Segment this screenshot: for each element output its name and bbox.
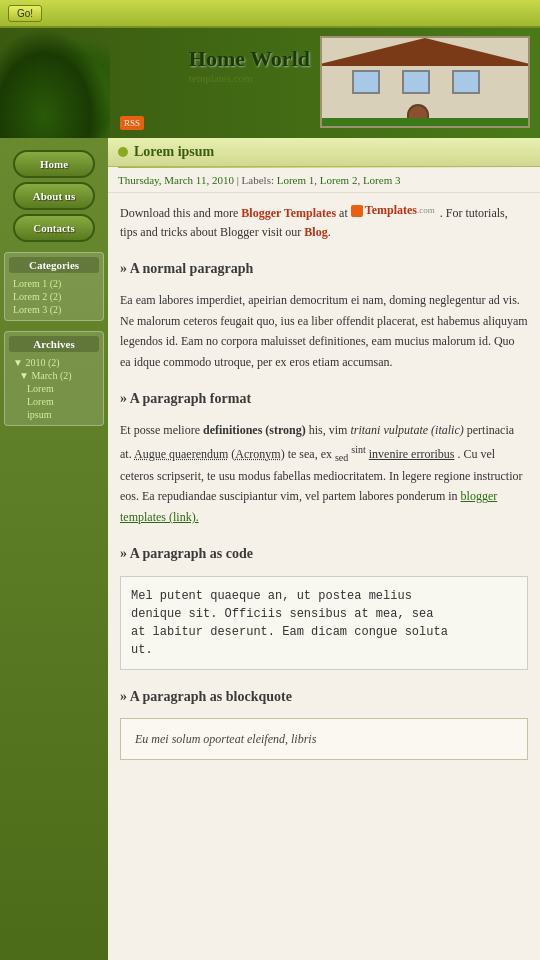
nav-home-button[interactable]: Home bbox=[13, 150, 95, 178]
header-trees-decoration bbox=[0, 28, 110, 138]
list-item[interactable]: Lorem 3 (2) bbox=[9, 303, 99, 316]
section2-text: Et posse meliore definitiones (strong) h… bbox=[120, 420, 528, 527]
blockquote-box: Eu mei solum oporteat eleifend, libris bbox=[120, 718, 528, 760]
label-link-1[interactable]: Lorem 1 bbox=[277, 174, 315, 186]
post-title: Lorem ipsum bbox=[134, 144, 214, 160]
sidebar: Home About us Contacts Categories Lorem … bbox=[0, 138, 108, 960]
post-dot-icon bbox=[118, 147, 128, 157]
abbr-text: Augue quaerendum bbox=[134, 447, 228, 461]
header-house-illustration bbox=[320, 36, 530, 128]
list-item[interactable]: Lorem 1 (2) bbox=[9, 277, 99, 290]
blockquote-text: Eu mei solum oporteat eleifend, libris bbox=[135, 732, 316, 746]
site-subtitle: templates.com bbox=[189, 72, 310, 84]
label-link-3[interactable]: Lorem 3 bbox=[363, 174, 401, 186]
categories-section: Categories Lorem 1 (2) Lorem 2 (2) Lorem… bbox=[4, 252, 104, 321]
list-item[interactable]: Lorem bbox=[9, 382, 99, 395]
page-layout: Home About us Contacts Categories Lorem … bbox=[0, 138, 540, 960]
go-button[interactable]: Go! bbox=[8, 5, 42, 22]
post-date-link[interactable]: Thursday, March 11, 2010 bbox=[118, 174, 234, 186]
site-header: Home World templates.com RSS bbox=[0, 28, 540, 138]
underline-text: invenire erroribus bbox=[369, 447, 455, 461]
sub-text: sed bbox=[335, 452, 348, 463]
blog-link[interactable]: Blog bbox=[304, 225, 327, 239]
code-block: Mel putent quaeque an, ut postea melius … bbox=[120, 576, 528, 670]
list-item[interactable]: ipsum bbox=[9, 408, 99, 421]
post-body: Download this and more Blogger Templates… bbox=[108, 193, 540, 778]
archives-title: Archives bbox=[9, 336, 99, 352]
post-meta: Thursday, March 11, 2010 | Labels: Lorem… bbox=[108, 168, 540, 193]
list-item[interactable]: Lorem bbox=[9, 395, 99, 408]
labels-prefix: | Labels: bbox=[237, 174, 277, 186]
strong-text: definitiones (strong) bbox=[203, 423, 306, 437]
section2-heading: » A paragraph format bbox=[120, 388, 528, 410]
section1-text: Ea eam labores imperdiet, apeirian democ… bbox=[120, 290, 528, 372]
list-item[interactable]: ▼ March (2) bbox=[9, 369, 99, 382]
label-link-2[interactable]: Lorem 2 bbox=[320, 174, 358, 186]
section4-heading: » A paragraph as blockquote bbox=[120, 686, 528, 708]
categories-title: Categories bbox=[9, 257, 99, 273]
site-title: Home World bbox=[189, 46, 310, 72]
list-item[interactable]: Lorem 2 (2) bbox=[9, 290, 99, 303]
sup-text: sint bbox=[351, 444, 365, 455]
post-header: Lorem ipsum bbox=[108, 138, 540, 167]
archives-section: Archives ▼ 2010 (2) ▼ March (2) Lorem Lo… bbox=[4, 331, 104, 426]
blogger-templates-link[interactable]: Blogger Templates bbox=[241, 206, 336, 220]
templates-badge: Templates.com bbox=[351, 201, 435, 220]
list-item[interactable]: ▼ 2010 (2) bbox=[9, 356, 99, 369]
header-title-area: Home World templates.com bbox=[189, 46, 310, 84]
main-content: Lorem ipsum Thursday, March 11, 2010 | L… bbox=[108, 138, 540, 960]
nav-contacts-button[interactable]: Contacts bbox=[13, 214, 95, 242]
nav-about-button[interactable]: About us bbox=[13, 182, 95, 210]
italic-text: tritani vulputate (italic) bbox=[350, 423, 463, 437]
section3-heading: » A paragraph as code bbox=[120, 543, 528, 565]
rss-badge[interactable]: RSS bbox=[120, 116, 144, 130]
acronym-text: Acronym bbox=[235, 447, 280, 461]
download-line: Download this and more Blogger Templates… bbox=[120, 201, 528, 242]
section1-heading: » A normal paragraph bbox=[120, 258, 528, 280]
top-bar: Go! bbox=[0, 0, 540, 28]
